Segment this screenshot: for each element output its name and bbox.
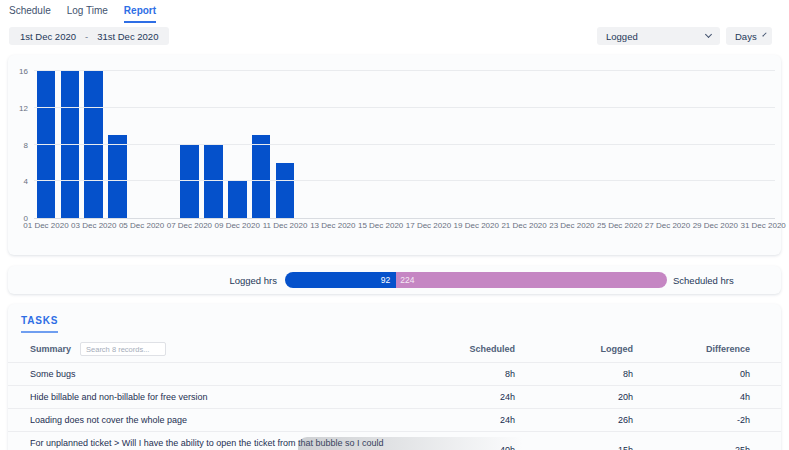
- x-axis-slot: 21 Dec 2020: [512, 221, 536, 233]
- scroll-shadow: [298, 437, 563, 450]
- bar-column: [608, 71, 632, 218]
- x-axis-slot: 15 Dec 2020: [369, 221, 393, 233]
- bar-column: [703, 71, 727, 218]
- bar-column: [632, 71, 656, 218]
- chevron-down-icon: [705, 31, 712, 38]
- task-difference: 4h: [633, 392, 750, 402]
- x-axis-slot: 17 Dec 2020: [417, 221, 441, 233]
- task-difference: 0h: [633, 369, 750, 379]
- tab-bar: Schedule Log Time Report: [9, 5, 156, 23]
- tasks-table-header: Summary Scheduled Logged Difference: [8, 338, 781, 362]
- x-axis-slot: 07 Dec 2020: [177, 221, 201, 233]
- x-axis-slot: 25 Dec 2020: [608, 221, 632, 233]
- x-axis-slot: 31 Dec 2020: [751, 221, 775, 233]
- bar-column: [82, 71, 106, 218]
- scheduled-value: 224: [400, 275, 414, 285]
- bar[interactable]: [84, 71, 103, 218]
- date-separator: -: [85, 31, 88, 42]
- x-axis-slot: 29 Dec 2020: [703, 221, 727, 233]
- scheduled-segment: 224: [396, 272, 667, 288]
- task-scheduled: 24h: [415, 392, 515, 402]
- tasks-panel: TASKS Summary Scheduled Logged Differenc…: [8, 304, 781, 450]
- task-difference: -2h: [633, 415, 750, 425]
- metric-select-value: Logged: [606, 31, 638, 42]
- bar[interactable]: [276, 163, 295, 218]
- bar-column: [345, 71, 369, 218]
- bar-column: [584, 71, 608, 218]
- bar-column: [369, 71, 393, 218]
- chevron-down-icon: [762, 32, 766, 36]
- x-axis-slot: 27 Dec 2020: [656, 221, 680, 233]
- chart-panel: 01 Dec 202003 Dec 202005 Dec 202007 Dec …: [8, 55, 781, 255]
- logged-vs-scheduled-bar: 92 224: [285, 272, 667, 288]
- bar-column: [440, 71, 464, 218]
- y-axis-tick-label: 4: [10, 177, 28, 186]
- bar[interactable]: [61, 71, 80, 218]
- task-logged: 8h: [515, 369, 633, 379]
- x-axis-slot: 05 Dec 2020: [130, 221, 154, 233]
- logged-segment: 92: [285, 272, 396, 288]
- search-input[interactable]: [80, 342, 166, 356]
- bar-column: [249, 71, 273, 218]
- task-scheduled: 24h: [415, 415, 515, 425]
- bar[interactable]: [108, 135, 127, 218]
- gridline: [34, 180, 775, 181]
- bar-column: [201, 71, 225, 218]
- gridline: [34, 70, 775, 71]
- metric-select[interactable]: Logged: [597, 27, 720, 45]
- bar[interactable]: [204, 145, 223, 219]
- bar-column: [656, 71, 680, 218]
- bar[interactable]: [37, 71, 56, 218]
- logged-column-header: Logged: [515, 344, 633, 354]
- task-summary: Loading does not cover the whole page: [30, 414, 415, 426]
- bar-column: [34, 71, 58, 218]
- bar[interactable]: [252, 135, 271, 218]
- table-row[interactable]: Loading does not cover the whole page24h…: [8, 408, 781, 431]
- progress-panel: Logged hrs 92 224 Scheduled hrs: [8, 266, 781, 294]
- bar[interactable]: [228, 181, 247, 218]
- bar-column: [464, 71, 488, 218]
- bar-column: [727, 71, 751, 218]
- bar-column: [560, 71, 584, 218]
- x-axis-slot: 11 Dec 2020: [273, 221, 297, 233]
- task-difference: 25h: [633, 445, 750, 450]
- gridline: [34, 144, 775, 145]
- bar-column: [130, 71, 154, 218]
- task-summary: Some bugs: [30, 368, 415, 380]
- x-axis-slot: 13 Dec 2020: [321, 221, 345, 233]
- toolbar: 1st Dec 2020 - 31st Dec 2020 Logged Days: [0, 27, 789, 45]
- y-axis-tick-label: 8: [10, 140, 28, 149]
- tab-report[interactable]: Report: [124, 5, 156, 23]
- x-axis-slot: 01 Dec 2020: [34, 221, 58, 233]
- scheduled-column-header: Scheduled: [415, 344, 515, 354]
- y-axis-tick-label: 12: [10, 103, 28, 112]
- table-row[interactable]: Some bugs8h8h0h: [8, 362, 781, 385]
- task-logged: 20h: [515, 392, 633, 402]
- task-logged: 26h: [515, 415, 633, 425]
- bar-column: [536, 71, 560, 218]
- x-axis-slot: 19 Dec 2020: [464, 221, 488, 233]
- task-scheduled: 8h: [415, 369, 515, 379]
- bar-column: [297, 71, 321, 218]
- tab-log-time[interactable]: Log Time: [67, 5, 108, 23]
- difference-column-header: Difference: [633, 344, 750, 354]
- tasks-title: TASKS: [21, 315, 58, 333]
- y-axis-tick-label: 16: [10, 67, 28, 76]
- bar[interactable]: [180, 145, 199, 219]
- bar-column: [154, 71, 178, 218]
- bar-column: [512, 71, 536, 218]
- bar-column: [321, 71, 345, 218]
- date-range-picker[interactable]: 1st Dec 2020 - 31st Dec 2020: [9, 27, 169, 45]
- scheduled-hrs-label: Scheduled hrs: [673, 275, 734, 286]
- logged-value: 92: [381, 275, 390, 285]
- granularity-select[interactable]: Days: [726, 27, 772, 45]
- bar-column: [488, 71, 512, 218]
- bar-column: [417, 71, 441, 218]
- chart-baseline: [34, 218, 775, 219]
- bar-column: [106, 71, 130, 218]
- tab-schedule[interactable]: Schedule: [9, 5, 51, 23]
- x-axis-slot: 03 Dec 2020: [82, 221, 106, 233]
- tasks-table: Summary Scheduled Logged Difference Some…: [8, 338, 781, 450]
- granularity-select-value: Days: [735, 31, 757, 42]
- table-row[interactable]: Hide billable and non-billable for free …: [8, 385, 781, 408]
